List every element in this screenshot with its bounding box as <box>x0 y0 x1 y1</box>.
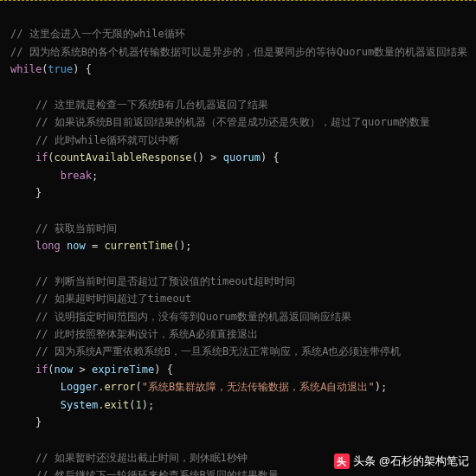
comment-line: // 因为系统A严重依赖系统B，一旦系统B无法正常响应，系统A也必须连带停机 <box>35 345 402 357</box>
comment-line: // 判断当前时间是否超过了预设值的timeout超时时间 <box>35 275 295 287</box>
keyword-if: if <box>35 363 48 376</box>
comment-line: // 这里就是检查一下系统B有几台机器返回了结果 <box>35 99 268 111</box>
var-quorum: quorum <box>223 151 261 164</box>
paren: () <box>192 151 211 164</box>
string-literal: "系统B集群故障，无法传输数据，系统A自动退出" <box>142 381 375 393</box>
class-system: System <box>61 399 98 411</box>
paren: ( <box>129 399 135 411</box>
paren-brace: ) { <box>154 363 173 376</box>
space <box>73 363 79 376</box>
fn-exit: exit <box>104 399 129 411</box>
comment-line: // 这里会进入一个无限的while循环 <box>10 28 185 40</box>
fn-countAvailableResponse: countAvailableResponse <box>55 151 192 164</box>
comment-line: // 如果说系统B目前返回结果的机器（不管是成功还是失败），超过了quorum的… <box>35 116 430 128</box>
paren: ( <box>136 381 142 393</box>
space <box>86 240 92 252</box>
comment-line: // 然后继续下一轮循环来检查系统B返回的结果数量 <box>35 469 279 476</box>
num-1: 1 <box>136 399 142 411</box>
op-gt: > <box>80 363 86 376</box>
comment-line: // 如果超时时间超过了timeout <box>35 293 191 305</box>
var-expireTime: expireTime <box>92 363 154 376</box>
space <box>216 151 222 164</box>
brace: } <box>35 416 42 428</box>
comment-line: // 说明指定时间范围内，没有等到Quorum数量的机器返回响应结果 <box>35 311 351 323</box>
comment-line: // 获取当前时间 <box>35 222 117 235</box>
class-logger: Logger <box>61 381 98 393</box>
comment-line: // 此时while循环就可以中断 <box>35 134 179 146</box>
space <box>86 363 92 376</box>
fn-currentTime: currentTime <box>104 240 172 252</box>
paren: ( <box>48 151 54 164</box>
fn-error: error <box>104 381 135 393</box>
bool-true: true <box>48 63 73 75</box>
keyword-while: while <box>10 63 42 75</box>
paren-semi: ); <box>142 399 154 411</box>
var-now: now <box>55 363 74 376</box>
code-block: // 这里会进入一个无限的while循环 // 因为给系统B的各个机器传输数据可… <box>0 1 476 476</box>
watermark: 头 头条 @石杉的架构笔记 <box>334 452 469 471</box>
paren: ( <box>48 363 54 376</box>
brace: } <box>35 187 42 199</box>
comment-line: // 此时按照整体架构设计，系统A必须直接退出 <box>35 328 258 340</box>
comment-line: // 因为给系统B的各个机器传输数据可以是异步的，但是要同步的等待Quorum数… <box>10 46 467 58</box>
semicolon: ; <box>92 170 98 182</box>
space <box>61 240 67 252</box>
paren-brace: ) { <box>261 151 280 164</box>
watermark-label: 头条 <box>353 452 376 471</box>
comment-line: // 如果暂时还没超出截止时间，则休眠1秒钟 <box>35 452 248 464</box>
paren-semi: ); <box>375 381 387 393</box>
paren-semi: (); <box>173 240 192 252</box>
watermark-icon: 头 <box>334 453 350 469</box>
keyword-if: if <box>35 151 48 164</box>
keyword-break: break <box>61 170 92 182</box>
type-long: long <box>35 240 61 252</box>
paren: ) <box>73 63 85 75</box>
brace: { <box>86 63 92 75</box>
var-now: now <box>67 240 86 252</box>
watermark-author: @石杉的架构笔记 <box>379 452 469 471</box>
